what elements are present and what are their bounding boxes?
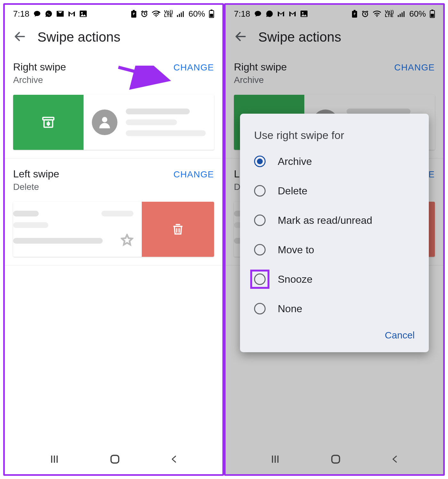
system-back-icon[interactable] — [390, 453, 399, 466]
option-snooze[interactable]: Snooze — [240, 264, 429, 294]
radio-icon — [254, 273, 266, 285]
signal-icon — [177, 11, 185, 17]
right-swipe-value: Archive — [13, 75, 66, 85]
recents-icon[interactable] — [269, 454, 281, 466]
archive-action-icon — [13, 95, 84, 150]
option-archive[interactable]: Archive — [240, 147, 429, 176]
option-label: Archive — [278, 156, 312, 167]
wifi-icon — [373, 11, 381, 17]
dialog-cancel-button[interactable]: Cancel — [385, 330, 415, 341]
svg-rect-29 — [332, 455, 340, 463]
avatar-placeholder-icon — [92, 110, 117, 135]
home-icon[interactable] — [109, 453, 121, 466]
option-label: None — [278, 303, 302, 315]
right-swipe-change-button[interactable]: CHANGE — [394, 61, 435, 73]
option-label: Move to — [278, 244, 314, 256]
left-swipe-value: Delete — [13, 182, 59, 192]
option-move-to[interactable]: Move to — [240, 235, 429, 264]
whatsapp-icon — [266, 10, 273, 18]
svg-point-18 — [376, 16, 378, 17]
svg-rect-21 — [402, 12, 403, 17]
status-time: 7:18 — [234, 9, 250, 19]
gmail-icon-2 — [68, 11, 76, 17]
alarm-icon — [140, 10, 148, 18]
wifi-icon — [152, 11, 160, 17]
option-delete[interactable]: Delete — [240, 176, 429, 206]
swipe-action-dialog: Use right swipe for Archive Delete Mark … — [240, 114, 429, 352]
gmail-icon — [277, 11, 285, 17]
page-title: Swipe actions — [37, 29, 120, 45]
svg-rect-5 — [179, 14, 180, 17]
star-icon — [121, 234, 133, 248]
battery-icon — [430, 10, 435, 18]
system-back-icon[interactable] — [170, 453, 179, 466]
whatsapp-icon — [45, 10, 52, 18]
back-icon[interactable] — [13, 30, 27, 45]
radio-icon — [254, 244, 266, 256]
left-swipe-preview — [13, 202, 214, 257]
svg-rect-22 — [404, 11, 404, 17]
chat-icon — [254, 10, 262, 18]
alarm-icon — [361, 10, 369, 18]
option-label: Delete — [278, 185, 308, 197]
chat-icon — [33, 10, 41, 18]
right-swipe-section: Right swipe Archive CHANGE — [5, 52, 222, 158]
left-swipe-section: Left swipe Delete CHANGE — [5, 158, 222, 265]
battery-percent: 60% — [409, 9, 426, 19]
option-none[interactable]: None — [240, 294, 429, 323]
system-nav-bar — [5, 445, 222, 474]
status-time: 7:18 — [13, 9, 29, 19]
message-lines-placeholder — [126, 109, 206, 136]
screenshot-left: 7:18 — [3, 3, 224, 476]
page-title: Swipe actions — [258, 29, 341, 45]
app-bar: Swipe actions — [5, 23, 222, 52]
svg-point-13 — [102, 117, 108, 122]
home-icon[interactable] — [330, 453, 341, 466]
radio-icon — [254, 185, 266, 197]
option-label: Mark as read/unread — [278, 215, 372, 226]
recents-icon[interactable] — [49, 454, 60, 466]
svg-rect-19 — [398, 15, 399, 17]
volte-icon: Vo))LTE — [164, 10, 173, 17]
svg-rect-14 — [111, 455, 119, 463]
svg-rect-7 — [183, 11, 184, 17]
gmail-icon-2 — [289, 11, 296, 17]
screenshot-right: 7:18 Vo))LTE 60% Swipe actions — [224, 3, 445, 476]
battery-percent: 60% — [188, 9, 205, 19]
battery-icon — [209, 10, 214, 18]
left-swipe-change-button[interactable]: CHANGE — [173, 168, 214, 180]
svg-rect-10 — [210, 14, 213, 17]
svg-rect-25 — [431, 14, 434, 17]
svg-rect-4 — [177, 15, 178, 17]
status-bar: 7:18 Vo))LTE 60% — [226, 5, 443, 23]
system-nav-bar — [226, 445, 443, 474]
right-swipe-change-button[interactable]: CHANGE — [173, 61, 214, 73]
left-swipe-title: Left swipe — [13, 168, 59, 180]
battery-saver-icon — [352, 10, 357, 18]
radio-icon — [254, 215, 266, 226]
battery-saver-icon — [131, 10, 137, 18]
svg-rect-20 — [400, 14, 401, 17]
option-label: Snooze — [278, 273, 313, 285]
gmail-icon — [56, 11, 64, 17]
status-bar: 7:18 — [5, 5, 222, 23]
delete-action-icon — [142, 202, 214, 257]
svg-rect-6 — [181, 12, 182, 17]
svg-point-1 — [81, 12, 83, 14]
image-icon — [300, 10, 308, 17]
right-swipe-title: Right swipe — [234, 61, 287, 73]
dialog-title: Use right swipe for — [240, 129, 429, 147]
right-swipe-preview — [13, 95, 214, 150]
svg-point-3 — [156, 16, 157, 17]
volte-icon: Vo))LTE — [385, 10, 394, 17]
right-swipe-title: Right swipe — [13, 61, 66, 73]
option-mark-read[interactable]: Mark as read/unread — [240, 206, 429, 235]
right-swipe-value: Archive — [234, 75, 287, 85]
back-icon[interactable] — [234, 30, 247, 45]
signal-icon — [398, 11, 405, 17]
radio-icon — [254, 156, 266, 167]
app-bar: Swipe actions — [226, 23, 443, 52]
radio-icon — [254, 303, 266, 314]
image-icon — [79, 10, 87, 17]
svg-point-16 — [302, 12, 303, 14]
